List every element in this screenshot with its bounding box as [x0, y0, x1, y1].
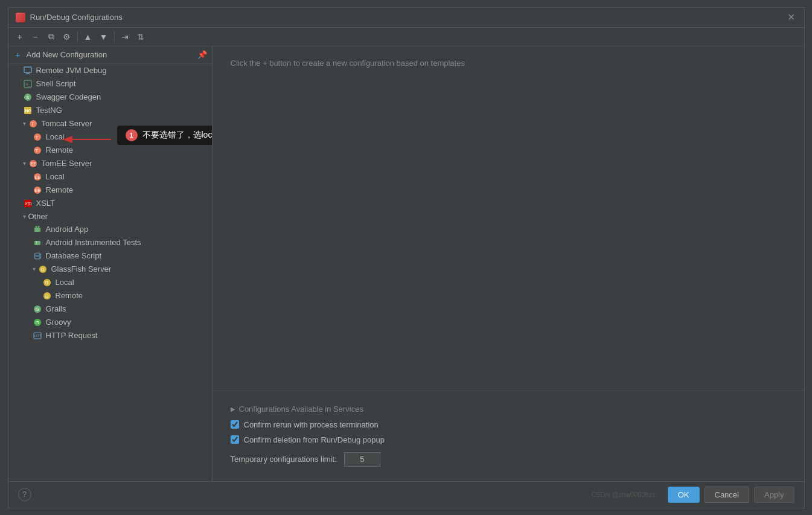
sidebar-item-android-tests[interactable]: T Android Instrumented Tests — [8, 236, 212, 249]
tomee-label: TomEE Server — [42, 159, 92, 168]
close-button[interactable]: ✕ — [787, 13, 797, 22]
glassfish-label: GlassFish Server — [51, 264, 112, 273]
dialog-title: Run/Debug Configurations — [30, 13, 123, 22]
sidebar-item-remote-jvm-debug[interactable]: Remote JVM Debug — [8, 64, 212, 77]
services-label: Configurations Available in Services — [239, 405, 363, 414]
glassfish-local-label: Local — [56, 278, 74, 287]
toolbar-separator — [77, 31, 78, 42]
right-panel: Click the + button to create a new confi… — [213, 46, 804, 481]
tomee-remote-icon: EE — [33, 185, 42, 195]
sidebar-item-swagger-codegen[interactable]: S Swagger Codegen — [8, 91, 212, 104]
sidebar-item-tomee-local[interactable]: EE Local — [8, 170, 212, 184]
tomcat-remote-label: Remote — [46, 146, 74, 155]
glassfish-arrow-icon: ▾ — [33, 266, 36, 272]
sidebar-item-groovy[interactable]: G Groovy — [8, 316, 212, 329]
svg-text:EE: EE — [30, 162, 36, 166]
help-button[interactable]: ? — [18, 488, 31, 501]
move-to-button[interactable]: ⇥ — [118, 30, 132, 43]
sidebar-item-tomcat-local[interactable]: T Local 1 不要选错了，选local — [8, 130, 212, 144]
svg-text:EE: EE — [34, 188, 40, 193]
add-button[interactable]: + — [13, 30, 27, 43]
android-tests-label: Android Instrumented Tests — [46, 238, 141, 247]
svg-text:NG: NG — [25, 109, 31, 113]
svg-text:G: G — [35, 320, 39, 325]
tomee-local-label: Local — [46, 172, 65, 181]
android-tests-icon: T — [33, 238, 42, 248]
sidebar-item-tomee-server[interactable]: ▾ EE TomEE Server — [8, 157, 212, 170]
copy-icon: ⧉ — [48, 31, 54, 42]
other-label: Other — [28, 212, 48, 221]
svg-text:T: T — [31, 121, 34, 127]
title-bar: Run/Debug Configurations ✕ — [8, 8, 804, 28]
sort-button[interactable]: ⇅ — [134, 30, 147, 43]
testng-label: TestNG — [36, 106, 62, 115]
title-bar-left: Run/Debug Configurations — [16, 13, 123, 22]
run-debug-dialog: Run/Debug Configurations ✕ + − ⧉ ⚙ ▲ ▼ ⇥… — [8, 7, 805, 508]
android-app-icon — [33, 225, 42, 234]
sidebar-item-testng[interactable]: NG TestNG — [8, 104, 212, 117]
tomcat-remote-icon: T — [33, 146, 42, 155]
svg-rect-0 — [24, 67, 31, 72]
sidebar-item-xslt[interactable]: XSL XSLT — [8, 197, 212, 210]
cancel-button[interactable]: Cancel — [705, 487, 749, 503]
tomee-icon: EE — [28, 159, 38, 168]
shell-label: Shell Script — [36, 79, 76, 88]
testng-icon: NG — [23, 106, 33, 115]
settings-button[interactable]: ⚙ — [60, 30, 74, 43]
sidebar-item-tomcat-server[interactable]: ▾ T Tomcat Server — [8, 117, 212, 130]
remove-button[interactable]: − — [29, 30, 42, 43]
tomcat-arrow-icon: ▾ — [23, 120, 26, 127]
svg-text:T: T — [35, 135, 38, 140]
sidebar-item-other[interactable]: ▾ Other — [8, 210, 212, 223]
checkbox-rerun[interactable] — [231, 420, 239, 429]
checkbox-rerun-row: Confirm rerun with process termination — [231, 417, 786, 432]
other-arrow-icon: ▾ — [23, 213, 26, 220]
tooltip-text: 不要选错了，选local — [142, 130, 213, 141]
add-icon: + — [17, 32, 22, 42]
dialog-footer: ? CSDN @zhw00508zz OK Cancel Apply — [8, 481, 804, 508]
svg-text:S: S — [26, 95, 29, 100]
sidebar-item-grails[interactable]: G Grails — [8, 302, 212, 316]
database-script-label: Database Script — [46, 251, 102, 260]
chevron-down-icon: ▼ — [100, 32, 108, 42]
checkbox-deletion[interactable] — [231, 435, 239, 444]
svg-rect-25 — [34, 228, 40, 232]
swagger-label: Swagger Codegen — [36, 92, 101, 101]
sidebar-item-database-script[interactable]: Database Script — [8, 249, 212, 263]
copy-button[interactable]: ⧉ — [45, 30, 58, 43]
checkbox-deletion-row: Confirm deletion from Run/Debug popup — [231, 432, 786, 447]
sidebar-item-tomee-remote[interactable]: EE Remote — [8, 184, 212, 197]
glassfish-local-icon: G — [42, 278, 52, 287]
tomcat-local-icon: T — [33, 132, 42, 142]
remote-jvm-label: Remote JVM Debug — [36, 66, 107, 75]
toolbar-separator2 — [114, 31, 115, 42]
apply-button[interactable]: Apply — [754, 487, 794, 503]
sidebar-item-http-request[interactable]: HTTP HTTP Request — [8, 329, 212, 342]
ok-button[interactable]: OK — [668, 487, 700, 503]
pin-icon: 📌 — [197, 50, 207, 60]
sidebar-item-android-app[interactable]: Android App — [8, 223, 212, 236]
sidebar-item-glassfish-local[interactable]: G Local — [8, 276, 212, 289]
add-new-configuration[interactable]: + Add New Configuration 📌 — [8, 46, 212, 64]
sidebar-item-glassfish-remote[interactable]: G Remote — [8, 289, 212, 302]
tomee-arrow-icon: ▾ — [23, 160, 26, 167]
sidebar-item-shell-script[interactable]: >_ Shell Script — [8, 77, 212, 91]
main-content: + Add New Configuration 📌 Remote JVM Deb… — [8, 46, 804, 481]
move-icon: ⇥ — [121, 32, 129, 42]
sidebar-item-glassfish-server[interactable]: ▾ G GlassFish Server — [8, 263, 212, 276]
svg-text:EE: EE — [34, 175, 40, 179]
tomcat-local-label: Local — [46, 132, 65, 141]
services-section[interactable]: ▶ Configurations Available in Services — [231, 401, 786, 417]
svg-text:T: T — [35, 148, 38, 153]
temp-limit-input[interactable] — [344, 452, 380, 467]
move-down-button[interactable]: ▼ — [97, 30, 110, 43]
tomcat-label: Tomcat Server — [42, 119, 92, 128]
bottom-options: ▶ Configurations Available in Services C… — [213, 391, 804, 481]
move-up-button[interactable]: ▲ — [82, 30, 95, 43]
sidebar-item-tomcat-remote[interactable]: T Remote — [8, 144, 212, 157]
chevron-up-icon: ▲ — [84, 32, 92, 42]
android-app-label: Android App — [46, 225, 89, 234]
tomee-remote-label: Remote — [46, 185, 74, 194]
tomee-local-icon: EE — [33, 172, 42, 182]
shell-icon: >_ — [23, 79, 33, 89]
